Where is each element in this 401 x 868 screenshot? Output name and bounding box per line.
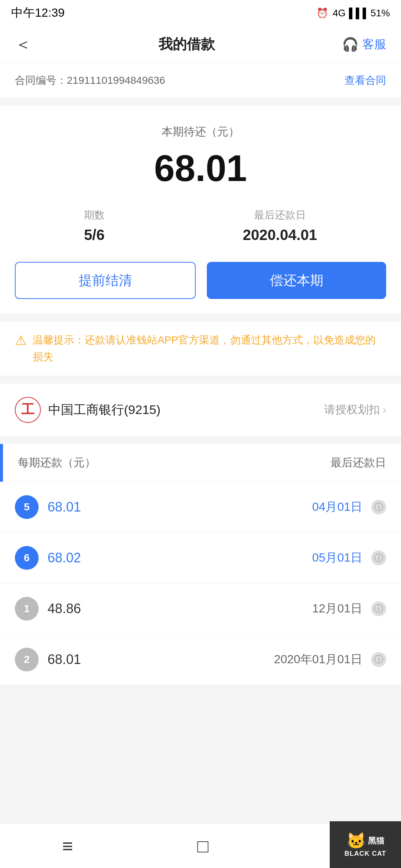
alarm-icon: ⏰: [316, 7, 328, 19]
row-date-1: 12月01日: [312, 601, 362, 617]
chevron-right-icon: ›: [383, 404, 386, 416]
list-header-amount: 每期还款（元）: [18, 455, 96, 470]
period-badge-1: 1: [15, 597, 39, 621]
row-date-2: 2020年01月01日: [274, 651, 362, 668]
customer-service-label: 客服: [362, 36, 386, 53]
black-cat-text: BLACK CAT: [345, 850, 387, 858]
amount-label: 本期待还（元）: [15, 124, 386, 139]
row-date-6: 05月01日: [312, 550, 362, 566]
pay-current-period-button[interactable]: 偿还本期: [207, 262, 386, 299]
row-amount-2: 68.01: [48, 652, 265, 667]
due-date-value: 2020.04.01: [243, 227, 317, 243]
status-icons: ⏰ 4G▐▐▐ 51%: [316, 7, 390, 19]
period-label: 期数: [84, 208, 105, 222]
period-badge-6: 6: [15, 546, 39, 570]
due-date-info: 最后还款日 2020.04.01: [243, 208, 317, 243]
action-buttons: 提前结清 偿还本期: [15, 262, 386, 299]
row-date-5: 04月01日: [312, 499, 362, 515]
row-amount-1: 48.86: [48, 601, 303, 617]
bank-name: 中国工商银行(9215): [48, 401, 160, 418]
view-contract-link[interactable]: 查看合同: [345, 73, 386, 88]
info-icon-2[interactable]: ⓘ: [371, 652, 386, 667]
customer-service-button[interactable]: 🎧 客服: [342, 36, 386, 53]
repayment-list: 每期还款（元） 最后还款日 5 68.01 04月01日 ⓘ 6 68.02 0…: [0, 444, 401, 685]
period-info: 期数 5/6: [84, 208, 105, 243]
main-card: 本期待还（元） 68.01 期数 5/6 最后还款日 2020.04.01 提前…: [0, 106, 401, 314]
bank-icon: 工: [15, 397, 41, 423]
cat-label: 黑猫: [368, 835, 384, 846]
bank-action-label: 请授权划扣: [324, 402, 380, 417]
row-amount-6: 68.02: [48, 550, 303, 566]
warning-icon: ⚠: [15, 333, 27, 348]
notice-bar: ⚠ 温馨提示：还款请认准钱站APP官方渠道，勿通过其他方式，以免造成您的损失: [0, 321, 401, 376]
period-badge-5: 5: [15, 495, 39, 519]
list-header-date: 最后还款日: [330, 455, 386, 470]
black-cat-watermark: 🐱 黑猫 BLACK CAT: [330, 821, 401, 868]
status-time: 中午12:39: [11, 5, 65, 21]
cat-logo: 🐱 黑猫: [346, 832, 384, 850]
battery-icon: 51%: [371, 7, 390, 19]
status-bar: 中午12:39 ⏰ 4G▐▐▐ 51%: [0, 0, 401, 26]
amount-value: 68.01: [15, 147, 386, 190]
period-value: 5/6: [84, 227, 105, 243]
bank-info: 工 中国工商银行(9215): [15, 397, 160, 423]
list-header: 每期还款（元） 最后还款日: [0, 444, 401, 482]
menu-button[interactable]: ≡: [62, 835, 73, 857]
list-item: 2 68.01 2020年01月01日 ⓘ: [0, 634, 401, 685]
list-item: 5 68.01 04月01日 ⓘ: [0, 482, 401, 533]
sim-icon: 4G▐▐▐: [333, 7, 366, 19]
info-icon-5[interactable]: ⓘ: [371, 500, 386, 514]
contract-bar: 合同编号：21911101994849636 查看合同: [0, 63, 401, 98]
notice-text: 温馨提示：还款请认准钱站APP官方渠道，勿通过其他方式，以免造成您的损失: [33, 332, 386, 365]
due-date-label: 最后还款日: [243, 208, 317, 222]
row-amount-5: 68.01: [48, 499, 303, 515]
back-button[interactable]: ＜: [15, 33, 31, 55]
list-item: 1 48.86 12月01日 ⓘ: [0, 583, 401, 634]
contract-number: 合同编号：21911101994849636: [15, 73, 165, 88]
list-item: 6 68.02 05月01日 ⓘ: [0, 533, 401, 583]
bank-row[interactable]: 工 中国工商银行(9215) 请授权划扣 ›: [0, 384, 401, 437]
info-icon-1[interactable]: ⓘ: [371, 601, 386, 616]
bank-action[interactable]: 请授权划扣 ›: [324, 402, 386, 417]
home-button[interactable]: □: [197, 835, 208, 857]
loan-info: 期数 5/6 最后还款日 2020.04.01: [15, 208, 386, 243]
nav-bar: ＜ 我的借款 🎧 客服: [0, 26, 401, 63]
period-badge-2: 2: [15, 648, 39, 671]
early-settle-button[interactable]: 提前结清: [15, 262, 196, 299]
headphone-icon: 🎧: [342, 37, 359, 52]
page-title: 我的借款: [159, 35, 215, 54]
cat-face-icon: 🐱: [346, 832, 366, 850]
info-icon-6[interactable]: ⓘ: [371, 550, 386, 565]
